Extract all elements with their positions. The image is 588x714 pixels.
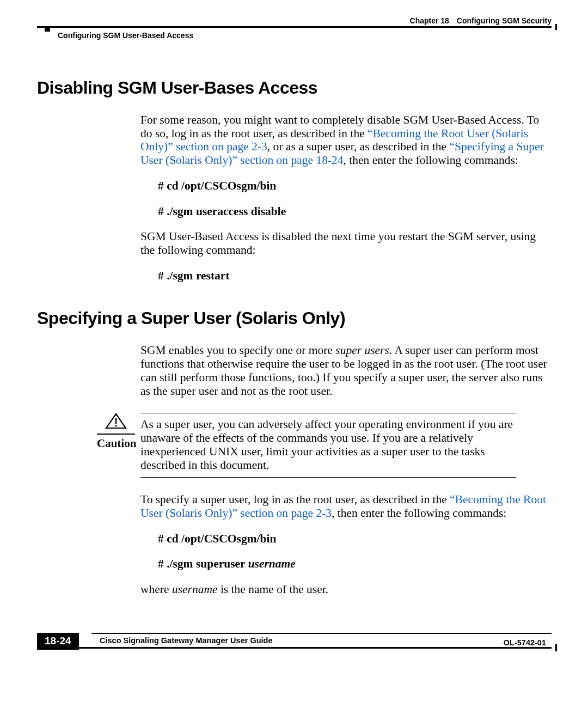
chapter-label: Chapter 18 <box>410 16 449 25</box>
caution-label: Caution <box>97 437 135 450</box>
header-marker-right <box>555 24 557 30</box>
header-rule <box>37 26 552 28</box>
caution-rule-bottom <box>140 477 516 478</box>
caution-text: As a super user, you can adversely affec… <box>140 418 516 472</box>
footer-rule-bottom: 18-24 OL-5742-01 <box>37 647 552 649</box>
footer-guide-title: Cisco Signaling Gateway Manager User Gui… <box>100 636 552 645</box>
doc-number: OL-5742-01 <box>504 638 546 647</box>
cmd-sgm-superuser: # ./sgm superuser username <box>158 557 552 571</box>
header-marker-left <box>45 26 50 32</box>
footer-marker-right <box>555 644 557 651</box>
cmd-cd-bin-2: # cd /opt/CSCOsgm/bin <box>158 532 552 546</box>
header-section-title: Configuring SGM User-Based Access <box>58 31 552 40</box>
footer-rule-top <box>91 633 552 634</box>
cmd-sgm-restart: # ./sgm restart <box>158 269 552 283</box>
cmd-useraccess-disable: # ./sgm useraccess disable <box>158 205 552 218</box>
warning-icon <box>97 413 135 432</box>
caution-block: Caution As a super user, you can adverse… <box>37 413 552 478</box>
section1-para1: For some reason, you might want to compl… <box>140 113 552 167</box>
section2-para2: To specify a super user, log in as the r… <box>140 493 552 520</box>
page-number: 18-24 <box>37 633 79 650</box>
chapter-title: Configuring SGM Security <box>457 16 552 25</box>
cmd-cd-bin-1: # cd /opt/CSCOsgm/bin <box>158 179 552 193</box>
page-footer: Cisco Signaling Gateway Manager User Gui… <box>37 633 552 649</box>
section2-para1: SGM enables you to specify one or more s… <box>140 344 552 398</box>
section2-para3: where username is the name of the user. <box>140 583 552 596</box>
section2-heading: Specifying a Super User (Solaris Only) <box>37 308 552 328</box>
section1-heading: Disabling SGM User-Bases Access <box>37 78 552 98</box>
section1-para2: SGM User-Based Access is disabled the ne… <box>140 230 552 257</box>
caution-rule-top <box>140 413 516 413</box>
running-header: Chapter 18 Configuring SGM Security <box>37 16 552 25</box>
svg-point-2 <box>115 425 117 427</box>
